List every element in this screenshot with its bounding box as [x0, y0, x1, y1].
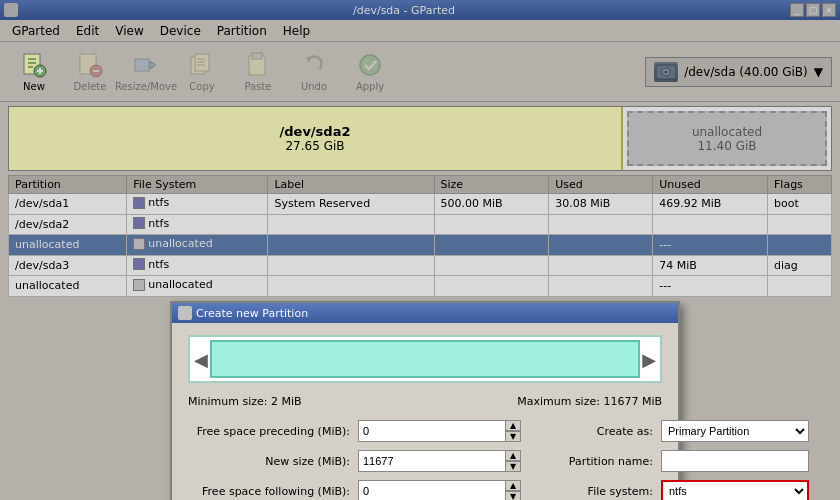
max-size-label: Maximum size: 11677 MiB — [517, 395, 662, 408]
dialog-partition-bar — [210, 340, 640, 378]
arrow-right-icon[interactable]: ▶ — [642, 349, 656, 370]
dialog-icon — [178, 306, 192, 320]
new-size-label: New size (MiB): — [188, 455, 358, 468]
form-left: Free space preceding (MiB): ▲ ▼ New size… — [188, 420, 521, 500]
file-system-label: File system: — [541, 485, 661, 498]
dialog-body: ◀ ▶ Minimum size: 2 MiB Maximum size: 11… — [172, 323, 678, 500]
free-following-label: Free space following (MiB): — [188, 485, 358, 498]
create-as-label: Create as: — [541, 425, 661, 438]
min-size-label: Minimum size: 2 MiB — [188, 395, 302, 408]
create-as-row: Create as: Primary Partition Extended Pa… — [541, 420, 809, 442]
free-preceding-spinner: ▲ ▼ — [358, 420, 521, 442]
partition-name-label: Partition name: — [541, 455, 661, 468]
free-following-row: Free space following (MiB): ▲ ▼ — [188, 480, 521, 500]
new-size-spinner: ▲ ▼ — [358, 450, 521, 472]
file-system-select[interactable]: ntfs ext4 ext3 fat32 linux-swap — [661, 480, 809, 500]
create-partition-dialog: Create new Partition ◀ ▶ Minimum size: 2… — [170, 301, 680, 500]
new-size-input[interactable] — [358, 450, 505, 472]
dialog-title-bar: Create new Partition — [172, 303, 678, 323]
new-size-down[interactable]: ▼ — [505, 461, 521, 472]
partition-name-row: Partition name: — [541, 450, 809, 472]
new-size-up[interactable]: ▲ — [505, 450, 521, 461]
dialog-title-text: Create new Partition — [196, 307, 308, 320]
size-info-row: Minimum size: 2 MiB Maximum size: 11677 … — [188, 395, 662, 408]
free-following-input[interactable] — [358, 480, 505, 500]
free-preceding-row: Free space preceding (MiB): ▲ ▼ — [188, 420, 521, 442]
new-size-row: New size (MiB): ▲ ▼ — [188, 450, 521, 472]
form-right: Create as: Primary Partition Extended Pa… — [541, 420, 809, 500]
dialog-form: Free space preceding (MiB): ▲ ▼ New size… — [188, 420, 662, 500]
create-as-select[interactable]: Primary Partition Extended Partition Log… — [661, 420, 809, 442]
free-following-spinner-btns: ▲ ▼ — [505, 480, 521, 500]
free-preceding-up[interactable]: ▲ — [505, 420, 521, 431]
dialog-partition-visual: ◀ ▶ — [188, 335, 662, 383]
file-system-row: File system: ntfs ext4 ext3 fat32 linux-… — [541, 480, 809, 500]
free-following-spinner: ▲ ▼ — [358, 480, 521, 500]
arrow-left-icon[interactable]: ◀ — [194, 349, 208, 370]
free-preceding-down[interactable]: ▼ — [505, 431, 521, 442]
free-preceding-input[interactable] — [358, 420, 505, 442]
main-content: /dev/sda2 27.65 GiB unallocated 11.40 Gi… — [0, 106, 840, 297]
free-following-up[interactable]: ▲ — [505, 480, 521, 491]
free-following-down[interactable]: ▼ — [505, 491, 521, 500]
free-preceding-label: Free space preceding (MiB): — [188, 425, 358, 438]
partition-name-input[interactable] — [661, 450, 809, 472]
new-size-spinner-btns: ▲ ▼ — [505, 450, 521, 472]
free-preceding-spinner-btns: ▲ ▼ — [505, 420, 521, 442]
